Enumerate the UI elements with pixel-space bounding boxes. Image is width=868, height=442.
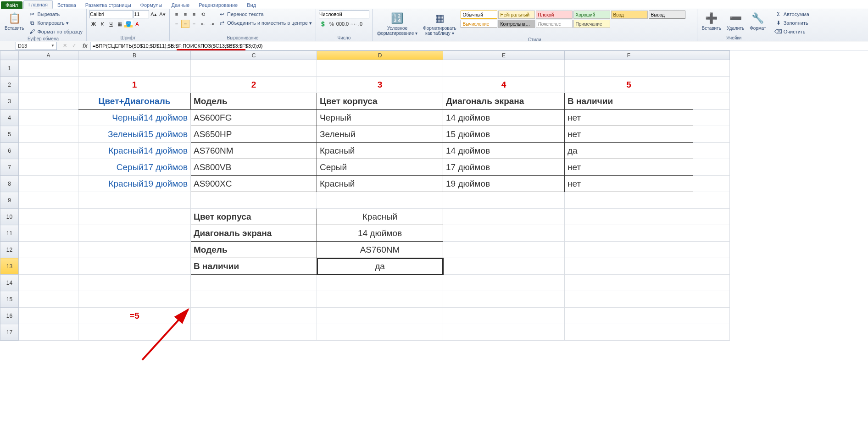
tab-insert[interactable]: Вставка <box>53 1 81 9</box>
cell[interactable] <box>317 291 443 308</box>
cell[interactable] <box>78 192 191 209</box>
bold-button[interactable]: Ж <box>89 20 98 28</box>
increase-indent-icon[interactable]: ⇥ <box>207 20 216 28</box>
cell[interactable] <box>78 209 191 225</box>
row-header[interactable]: 12 <box>0 242 19 258</box>
cell[interactable] <box>191 192 317 209</box>
accept-formula-icon[interactable]: ✓ <box>70 42 78 50</box>
cell[interactable] <box>565 291 693 308</box>
cell[interactable]: 17 дюймов <box>443 159 565 176</box>
file-tab[interactable]: Файл <box>1 1 22 9</box>
comma-icon[interactable]: 000 <box>336 20 345 28</box>
clear-button[interactable]: ⌫Очистить <box>774 28 810 36</box>
cell[interactable]: AS800VB <box>191 159 317 176</box>
cell[interactable]: Черный <box>317 110 443 126</box>
cell[interactable] <box>693 176 730 192</box>
cell[interactable] <box>317 60 443 77</box>
cell[interactable] <box>693 291 730 308</box>
cell[interactable] <box>19 209 78 225</box>
row-header[interactable]: 1 <box>0 60 19 77</box>
row-header[interactable]: 8 <box>0 176 19 192</box>
align-top-icon[interactable]: ≡ <box>172 10 181 18</box>
style-Пояснение[interactable]: Пояснение <box>536 20 573 28</box>
cell[interactable]: 14 дюймов <box>317 225 443 242</box>
cell[interactable] <box>565 242 693 258</box>
row-header[interactable]: 10 <box>0 209 19 225</box>
cell[interactable]: Красный <box>317 176 443 192</box>
col-header-B[interactable]: B <box>78 51 191 60</box>
row-header[interactable]: 5 <box>0 126 19 143</box>
merge-center-button[interactable]: ⇄Объединить и поместить в центре ▾ <box>217 19 313 27</box>
worksheet[interactable]: A B C D E F 12123453Цвет+ДиагональМодель… <box>0 50 868 441</box>
tab-home[interactable]: Главная <box>23 0 53 9</box>
cell[interactable] <box>19 258 78 275</box>
autosum-button[interactable]: ΣАвтосумма <box>774 10 810 18</box>
style-Обычный[interactable]: Обычный <box>461 11 497 19</box>
tab-formulas[interactable]: Формулы <box>136 1 167 9</box>
cell[interactable] <box>78 324 191 341</box>
cell[interactable] <box>693 308 730 324</box>
cell[interactable] <box>693 275 730 291</box>
format-as-table-button[interactable]: ▦ Форматировать как таблицу ▾ <box>421 10 458 37</box>
cell[interactable]: Серый17 дюймов <box>78 159 191 176</box>
cell[interactable]: Красный <box>317 209 443 225</box>
cell[interactable] <box>693 159 730 176</box>
cell[interactable] <box>19 159 78 176</box>
cell[interactable] <box>693 324 730 341</box>
align-right-icon[interactable]: ≡ <box>190 20 198 28</box>
cell[interactable] <box>565 60 693 77</box>
fx-icon[interactable]: fx <box>80 43 90 49</box>
cell[interactable]: 4 <box>443 77 565 93</box>
format-cells-button[interactable]: 🔧Формат <box>748 10 768 32</box>
cell[interactable] <box>443 209 565 225</box>
style-Примечание[interactable]: Примечание <box>573 20 610 28</box>
cell[interactable] <box>191 291 317 308</box>
fill-color-button[interactable]: 🪣 <box>124 20 133 28</box>
cell[interactable] <box>317 324 443 341</box>
row-header[interactable]: 11 <box>0 225 19 242</box>
row-header[interactable]: 13 <box>0 258 19 275</box>
conditional-formatting-button[interactable]: 🔢 Условное форматирование ▾ <box>375 10 419 37</box>
cell[interactable]: Зеленый15 дюймов <box>78 126 191 143</box>
cell[interactable] <box>693 126 730 143</box>
cell[interactable] <box>693 110 730 126</box>
cell[interactable] <box>565 308 693 324</box>
decrease-decimal-icon[interactable]: ←.0 <box>354 20 362 28</box>
align-bottom-icon[interactable]: ≡ <box>190 10 198 18</box>
percent-icon[interactable]: % <box>328 20 336 28</box>
tab-view[interactable]: Вид <box>242 1 261 9</box>
col-header-F[interactable]: F <box>565 51 693 60</box>
cell[interactable] <box>693 93 730 110</box>
cell[interactable] <box>443 60 565 77</box>
style-Контрольна…[interactable]: Контрольна… <box>498 20 535 28</box>
font-name-select[interactable] <box>89 10 133 18</box>
cell[interactable]: Цвет+Диагональ <box>78 93 191 110</box>
cell[interactable]: нет <box>565 159 693 176</box>
cell[interactable] <box>19 110 78 126</box>
cell[interactable]: Серый <box>317 159 443 176</box>
cell[interactable] <box>19 308 78 324</box>
cell-styles-gallery[interactable]: ОбычныйНейтральныйПлохойХорошийВводВывод… <box>460 10 694 28</box>
cell[interactable]: 5 <box>565 77 693 93</box>
decrease-indent-icon[interactable]: ⇤ <box>199 20 207 28</box>
cell[interactable] <box>565 225 693 242</box>
cell[interactable] <box>78 242 191 258</box>
cell[interactable]: нет <box>565 176 693 192</box>
row-header[interactable]: 17 <box>0 324 19 341</box>
cell[interactable] <box>565 192 693 209</box>
cell[interactable] <box>19 143 78 159</box>
cell[interactable]: Модель <box>191 242 317 258</box>
style-Ввод[interactable]: Ввод <box>611 11 648 19</box>
row-header[interactable]: 14 <box>0 275 19 291</box>
cell[interactable]: AS650HP <box>191 126 317 143</box>
copy-button[interactable]: ⧉Копировать ▾ <box>28 19 83 27</box>
tab-review[interactable]: Рецензирование <box>194 1 242 9</box>
tab-page-layout[interactable]: Разметка страницы <box>81 1 136 9</box>
cell[interactable]: да <box>317 258 443 275</box>
row-header[interactable]: 2 <box>0 77 19 93</box>
cell[interactable]: =5 <box>78 308 191 324</box>
cell[interactable] <box>443 324 565 341</box>
format-painter-button[interactable]: 🖌Формат по образцу <box>28 28 83 36</box>
cell[interactable] <box>443 192 565 209</box>
cell[interactable] <box>19 242 78 258</box>
